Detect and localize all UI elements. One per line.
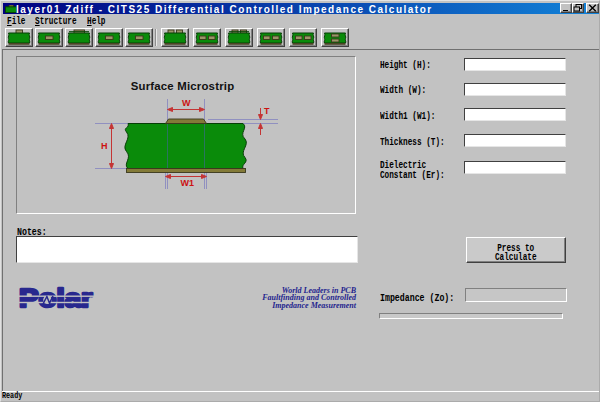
- svg-text:Polar: Polar: [19, 285, 93, 312]
- svg-text:W: W: [182, 98, 191, 108]
- svg-text:T: T: [264, 106, 270, 116]
- svg-text:H: H: [101, 141, 108, 151]
- svg-text:W1: W1: [181, 178, 195, 188]
